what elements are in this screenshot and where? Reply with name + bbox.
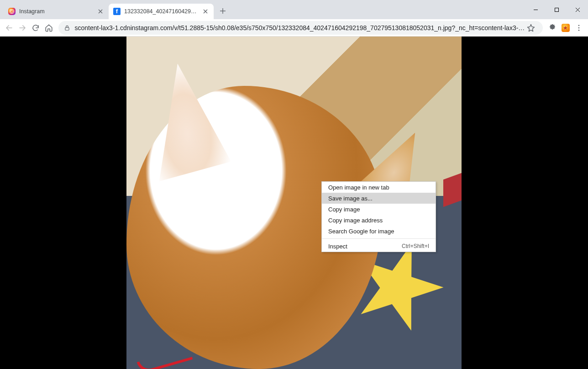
context-menu-shortcut: Ctrl+Shift+I: [402, 243, 429, 249]
svg-point-12: [578, 27, 579, 28]
reload-button[interactable]: [29, 21, 42, 35]
bookmark-button[interactable]: [525, 21, 537, 34]
extension-icon: [562, 24, 570, 32]
tab-strip: Instagram 132332084_402471604292198_7: [0, 0, 588, 19]
tab-title: Instagram: [19, 8, 94, 15]
tab-image[interactable]: 132332084_402471604292198_7: [109, 4, 214, 19]
content-area: Open image in new tab Save image as... C…: [0, 37, 588, 369]
context-menu-item-label: Copy image address: [328, 217, 383, 224]
minimize-icon: [533, 7, 538, 12]
address-bar[interactable]: scontent-lax3-1.cdninstagram.com/v/t51.2…: [58, 21, 543, 35]
reload-icon: [31, 24, 40, 32]
context-menu-item-label: Open image in new tab: [328, 184, 389, 191]
home-button[interactable]: [42, 21, 56, 35]
new-tab-button[interactable]: [216, 5, 229, 17]
tab-title: 132332084_402471604292198_7: [124, 8, 199, 15]
extensions-button[interactable]: [546, 21, 559, 35]
extension-pinned[interactable]: [559, 21, 572, 35]
dots-vertical-icon: [575, 24, 583, 32]
tab-close-button[interactable]: [202, 8, 209, 15]
context-menu: Open image in new tab Save image as... C…: [321, 181, 436, 252]
close-icon: [575, 7, 580, 12]
forward-button[interactable]: [16, 21, 29, 35]
tabs-container: Instagram 132332084_402471604292198_7: [0, 0, 232, 19]
back-button[interactable]: [3, 21, 16, 35]
plus-icon: [220, 8, 226, 14]
minimize-button[interactable]: [525, 3, 546, 16]
instagram-icon: [8, 8, 16, 15]
window-controls: [525, 0, 588, 19]
url-text: scontent-lax3-1.cdninstagram.com/v/t51.2…: [75, 24, 525, 32]
close-icon: [98, 9, 103, 14]
context-menu-item-label: Save image as...: [328, 195, 373, 202]
menu-button[interactable]: [572, 21, 585, 35]
svg-point-11: [578, 25, 579, 26]
lock-icon: [64, 25, 70, 31]
context-menu-separator: [322, 238, 436, 239]
facebook-icon: [113, 8, 121, 15]
toolbar: scontent-lax3-1.cdninstagram.com/v/t51.2…: [0, 19, 588, 37]
context-menu-open-image-new-tab[interactable]: Open image in new tab: [322, 182, 436, 193]
svg-point-13: [578, 29, 579, 31]
context-menu-save-image-as[interactable]: Save image as...: [322, 193, 436, 204]
context-menu-item-label: Copy image: [328, 206, 360, 213]
context-menu-search-google-image[interactable]: Search Google for image: [322, 226, 436, 237]
tab-close-button[interactable]: [97, 8, 104, 15]
context-menu-inspect[interactable]: Inspect Ctrl+Shift+I: [322, 241, 436, 252]
arrow-right-icon: [18, 24, 26, 32]
window-close-button[interactable]: [567, 3, 588, 16]
maximize-icon: [554, 7, 559, 12]
arrow-left-icon: [5, 24, 13, 32]
svg-rect-10: [65, 27, 68, 30]
home-icon: [45, 24, 53, 32]
close-icon: [203, 9, 208, 14]
maximize-button[interactable]: [546, 3, 567, 16]
tab-instagram[interactable]: Instagram: [4, 4, 109, 19]
context-menu-copy-image-address[interactable]: Copy image address: [322, 215, 436, 226]
star-icon: [527, 24, 535, 32]
context-menu-copy-image[interactable]: Copy image: [322, 204, 436, 215]
context-menu-item-label: Inspect: [328, 243, 347, 250]
puzzle-icon: [548, 24, 556, 32]
svg-rect-7: [555, 8, 558, 11]
context-menu-item-label: Search Google for image: [328, 228, 394, 235]
